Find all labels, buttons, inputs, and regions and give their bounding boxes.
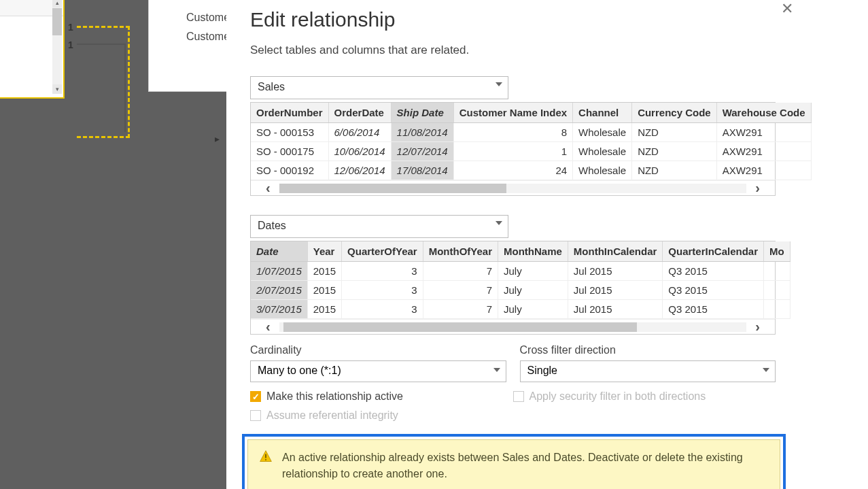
dialog-title: Edit relationship <box>250 8 844 31</box>
close-icon[interactable]: ✕ <box>781 0 793 18</box>
table-row[interactable]: SO - 00019212/06/201417/08/201424Wholesa… <box>251 161 811 180</box>
column-header[interactable]: QuarterInCalendar <box>663 241 764 262</box>
table2-preview: DateYearQuarterOfYearMonthOfYearMonthNam… <box>250 241 776 335</box>
svg-rect-1 <box>265 454 266 458</box>
cell: Wholesale <box>573 123 632 142</box>
column-header[interactable]: OrderDate <box>328 103 391 123</box>
table1-hscroll: ‹ › <box>251 180 775 195</box>
cell: 12/06/2014 <box>328 161 391 180</box>
cell: Wholesale <box>573 161 632 180</box>
column-header[interactable]: Warehouse Code <box>716 103 811 123</box>
table-row[interactable]: SO - 00017510/06/201412/07/20141Wholesal… <box>251 142 811 161</box>
field-custome2: Custome <box>186 31 230 43</box>
cell: AXW291 <box>716 142 811 161</box>
column-header[interactable]: MonthName <box>498 241 568 262</box>
cardinality-select[interactable]: Many to one (*:1) <box>250 360 506 382</box>
scroll-up-icon[interactable]: ▴ <box>52 0 62 7</box>
chevron-down-icon <box>493 368 500 372</box>
cell: NZD <box>632 123 717 142</box>
column-header[interactable]: Currency Code <box>632 103 717 123</box>
relationship-connector[interactable] <box>77 44 126 132</box>
scroll-right-icon[interactable]: › <box>755 320 760 333</box>
cell: Q3 2015 <box>663 281 764 300</box>
cell: SO - 000175 <box>251 142 328 161</box>
column-header[interactable]: Channel <box>573 103 632 123</box>
relationship-end-1a: 1 <box>68 22 73 33</box>
chevron-down-icon <box>496 82 502 86</box>
column-header[interactable]: Mo <box>764 241 791 262</box>
column-header[interactable]: Ship Date <box>391 103 453 123</box>
cell: Jul 2015 <box>568 262 663 281</box>
cell: AXW291 <box>716 161 811 180</box>
table-row[interactable]: SO - 0001536/06/201411/08/20148Wholesale… <box>251 123 811 142</box>
scroll-left-icon[interactable]: ‹ <box>266 181 271 195</box>
table-row[interactable]: 2/07/2015201537JulyJul 2015Q3 2015 <box>251 281 790 300</box>
cell: 6/06/2014 <box>328 123 391 142</box>
hscroll-thumb[interactable] <box>279 184 506 193</box>
assume-refint-label: Assume referential integrity <box>266 409 398 422</box>
column-header[interactable]: Year <box>307 241 341 262</box>
cardinality-label: Cardinality <box>250 344 506 356</box>
svg-rect-2 <box>265 459 266 460</box>
table2-hscroll: ‹ › <box>251 319 775 334</box>
column-header[interactable]: Customer Name Index <box>453 103 572 123</box>
cell: 24 <box>453 161 572 180</box>
cell: Jul 2015 <box>568 281 663 300</box>
cell <box>764 281 791 300</box>
cell: July <box>498 262 568 281</box>
cell: 17/08/2014 <box>391 161 453 180</box>
cell: 2015 <box>307 300 341 319</box>
table2-select[interactable]: Dates <box>250 215 508 238</box>
cell: 11/08/2014 <box>391 123 453 142</box>
crossfilter-select[interactable]: Single <box>520 360 776 382</box>
table1-preview: OrderNumberOrderDateShip DateCustomer Na… <box>250 102 776 196</box>
cell: 7 <box>423 262 498 281</box>
make-active-label: Make this relationship active <box>266 390 403 403</box>
cardinality-value: Many to one (*:1) <box>258 365 341 376</box>
relationship-arrow-icon: ▸ <box>215 133 220 144</box>
hscroll-thumb[interactable] <box>283 322 637 332</box>
cell: 1/07/2015 <box>251 262 307 281</box>
apply-security-label: Apply security filter in both directions <box>530 390 706 403</box>
table1-select[interactable]: Sales <box>250 76 508 99</box>
cell: Jul 2015 <box>568 300 663 319</box>
apply-security-checkbox: Apply security filter in both directions <box>513 390 776 403</box>
relationship-end-1b: 1 <box>68 39 73 50</box>
checkbox-icon <box>513 391 524 402</box>
scroll-right-icon[interactable]: › <box>755 181 760 195</box>
cell: 3 <box>342 281 423 300</box>
cell <box>764 300 791 319</box>
checkbox-icon <box>250 410 261 421</box>
table-row[interactable]: 1/07/2015201537JulyJul 2015Q3 2015 <box>251 262 790 281</box>
dialog-subtitle: Select tables and columns that are relat… <box>250 44 844 57</box>
cell: SO - 000153 <box>251 123 328 142</box>
scroll-left-icon[interactable]: ‹ <box>266 320 271 333</box>
table-row[interactable]: 3/07/2015201537JulyJul 2015Q3 2015 <box>251 300 790 319</box>
column-header[interactable]: OrderNumber <box>251 103 328 123</box>
cell <box>764 262 791 281</box>
column-header[interactable]: MonthInCalendar <box>568 241 663 262</box>
cell: SO - 000192 <box>251 161 328 180</box>
cell: 3 <box>342 300 423 319</box>
cell: 3 <box>342 262 423 281</box>
column-header[interactable]: MonthOfYear <box>423 241 498 262</box>
scrollbar-thumb[interactable] <box>52 8 62 35</box>
warning-text: An active relationship already exists be… <box>282 450 769 482</box>
chevron-down-icon <box>496 221 502 225</box>
cell: 3/07/2015 <box>251 300 307 319</box>
cell: Q3 2015 <box>663 262 764 281</box>
warning-highlight-frame: An active relationship already exists be… <box>242 434 786 489</box>
cell: Q3 2015 <box>663 300 764 319</box>
edit-relationship-dialog: ✕ Edit relationship Select tables and co… <box>226 0 868 489</box>
cell: 8 <box>453 123 572 142</box>
cell: 10/06/2014 <box>328 142 391 161</box>
cell: 2/07/2015 <box>251 281 307 300</box>
column-header[interactable]: Date <box>251 241 307 262</box>
table2-select-value: Dates <box>258 220 286 231</box>
cell: 7 <box>423 300 498 319</box>
cell: NZD <box>632 142 717 161</box>
scroll-down-icon[interactable]: ▾ <box>52 84 62 94</box>
make-active-checkbox[interactable]: ✓ Make this relationship active <box>250 390 513 403</box>
column-header[interactable]: QuarterOfYear <box>342 241 423 262</box>
warning-box: An active relationship already exists be… <box>247 439 780 489</box>
